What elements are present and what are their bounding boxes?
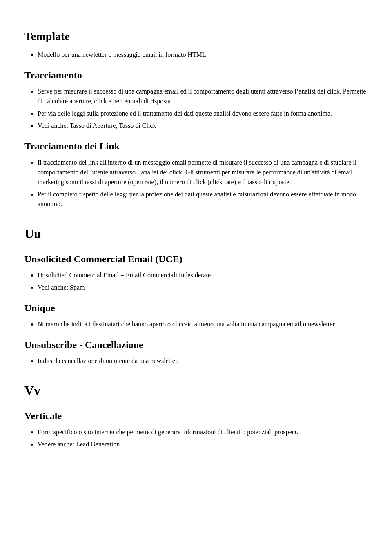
list-item: Il tracciamento dei link all'interno di … — [38, 158, 368, 187]
term-heading: Verticale — [24, 408, 368, 423]
term-bullets: Modello per una newletter o messaggio em… — [38, 50, 368, 60]
term-bullets: Il tracciamento dei link all'interno di … — [38, 158, 368, 209]
term-heading: Tracciamento — [24, 68, 368, 83]
term-bullets: Unsolicited Commercial Email = Email Com… — [38, 270, 368, 292]
term-bullets: Serve per misurare il successo di una ca… — [38, 87, 368, 131]
term-heading: Unsubscribe - Cancellazione — [24, 337, 368, 352]
page-content: TemplateModello per una newletter o mess… — [24, 28, 368, 449]
list-item: Form specifico o sito internet che perme… — [38, 427, 368, 437]
term-bullets: Indica la cancellazione di un utente da … — [38, 356, 368, 366]
term-bullets: Form specifico o sito internet che perme… — [38, 427, 368, 449]
list-item: Vedi anche: Spam — [38, 283, 368, 292]
letter-heading: Vv — [24, 381, 368, 400]
list-item: Serve per misurare il successo di una ca… — [38, 87, 368, 106]
list-item: Vedi anche: Tasso di Aperture, Tasso di … — [38, 121, 368, 131]
list-item: Modello per una newletter o messaggio em… — [38, 50, 368, 60]
term-bullets: Numero che indica i destinatari che hann… — [38, 319, 368, 329]
term-heading: Unique — [24, 301, 368, 315]
letter-heading: Uu — [24, 224, 368, 243]
list-item: Indica la cancellazione di un utente da … — [38, 356, 368, 366]
term-heading: Tracciamento dei Link — [24, 139, 368, 154]
list-item: Vedere anche: Lead Generation — [38, 439, 368, 449]
list-item: Per via delle leggi sulla protezione ed … — [38, 109, 368, 118]
list-item: Unsolicited Commercial Email = Email Com… — [38, 270, 368, 280]
term-heading: Unsolicited Commercial Email (UCE) — [24, 252, 368, 266]
list-item: Numero che indica i destinatari che hann… — [38, 319, 368, 329]
list-item: Per il completo rispetto delle leggi per… — [38, 190, 368, 209]
term-heading: Template — [24, 28, 368, 45]
